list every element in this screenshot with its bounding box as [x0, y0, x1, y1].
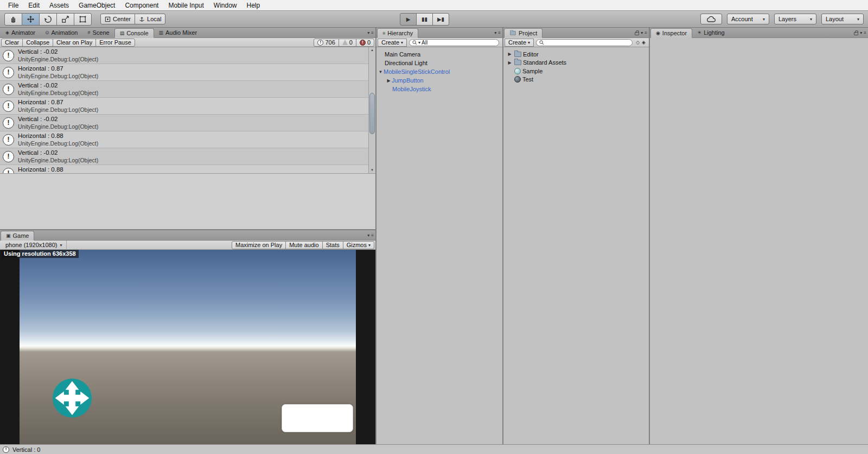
menu-item-assets[interactable]: Assets — [44, 1, 74, 10]
rotate-tool-button[interactable] — [39, 13, 57, 26]
search-filter-dropdown-icon[interactable]: ▾ — [418, 40, 420, 45]
log-entry[interactable]: Horizontal : 0.88UnityEngine.Debug:Log(O… — [0, 165, 375, 173]
info-count-badge[interactable]: 706 — [314, 39, 339, 47]
tab-scene[interactable]: # Scene — [82, 28, 114, 37]
warning-count-badge[interactable]: 0 — [339, 39, 356, 47]
error-count-badge[interactable]: 0 — [356, 39, 374, 47]
hierarchy-item-mobilesinglestickcontrol[interactable]: ▼ MobileSingleStickControl — [376, 67, 502, 76]
menu-item-edit[interactable]: Edit — [23, 1, 44, 10]
error-pause-button[interactable]: Error Pause — [95, 39, 135, 47]
foldout-open-icon[interactable]: ▼ — [378, 70, 384, 74]
project-item-standard-assets[interactable]: ▶ Standard Assets — [503, 59, 649, 67]
pivot-local-button[interactable]: Local — [135, 14, 165, 24]
foldout-closed-icon[interactable]: ▶ — [507, 52, 513, 56]
clear-on-play-button[interactable]: Clear on Play — [53, 39, 96, 47]
tab-console[interactable]: ▤ Console — [114, 28, 154, 38]
jump-button[interactable] — [282, 404, 353, 432]
pivot-center-button[interactable]: Center — [100, 14, 135, 24]
menu-item-file[interactable]: File — [3, 1, 23, 10]
panel-dropdown-icon[interactable]: ▾ — [367, 30, 369, 35]
panel-dropdown-icon[interactable]: ▾ — [494, 30, 496, 35]
menu-item-window[interactable]: Window — [209, 1, 242, 10]
pause-button[interactable]: ▮▮ — [416, 13, 433, 26]
foldout-closed-icon[interactable]: ▶ — [507, 60, 513, 65]
tab-project[interactable]: Project — [504, 28, 542, 38]
search-by-type-icon[interactable]: ◇ — [635, 40, 641, 45]
maximize-on-play-label: Maximize on Play — [235, 242, 282, 248]
tab-animator[interactable]: ◈ Animator — [1, 28, 40, 37]
tab-audio-mixer[interactable]: ▥ Audio Mixer — [154, 28, 202, 37]
tab-animation[interactable]: ⊙ Animation — [40, 28, 82, 37]
log-entry[interactable]: Vertical : -0.02UnityEngine.Debug:Log(Ob… — [0, 148, 375, 165]
log-entry[interactable]: Horizontal : 0.87UnityEngine.Debug:Log(O… — [0, 98, 375, 115]
clear-button[interactable]: Clear — [1, 39, 23, 47]
project-create-dropdown[interactable]: Create ▾ — [505, 39, 534, 47]
hierarchy-search-field[interactable]: ▾ — [409, 39, 499, 46]
layers-dropdown[interactable]: Layers ▾ — [774, 14, 816, 24]
log-entry[interactable]: Vertical : -0.02UnityEngine.Debug:Log(Ob… — [0, 115, 375, 131]
scroll-down-icon[interactable]: ▼ — [369, 167, 375, 173]
search-by-label-icon[interactable]: ◈ — [641, 40, 648, 45]
project-search-input[interactable] — [545, 40, 629, 46]
hierarchy-item-main-camera[interactable]: Main Camera — [376, 50, 502, 59]
project-item-test[interactable]: Test — [503, 75, 649, 84]
log-entry[interactable]: Vertical : -0.02UnityEngine.Debug:Log(Ob… — [0, 81, 375, 98]
scrollbar-thumb[interactable] — [369, 93, 375, 134]
gizmos-dropdown[interactable]: Gizmos ▾ — [343, 241, 374, 249]
scroll-up-icon[interactable]: ▲ — [369, 47, 375, 53]
hand-tool-button[interactable] — [4, 13, 22, 26]
aspect-ratio-dropdown[interactable]: phone (1920x1080) ▾ — [1, 241, 67, 250]
tab-hierarchy[interactable]: ≡ Hierarchy — [377, 28, 418, 38]
panel-menu-icon[interactable]: ≡ — [644, 30, 647, 35]
layout-dropdown[interactable]: Layout ▾ — [821, 14, 864, 24]
panel-corner: ▾ ≡ — [367, 233, 374, 238]
account-dropdown[interactable]: Account ▾ — [727, 14, 769, 24]
stats-button[interactable]: Stats — [322, 241, 343, 249]
maximize-on-play-button[interactable]: Maximize on Play — [232, 241, 286, 249]
project-item-editor[interactable]: ▶ Editor — [503, 50, 649, 59]
hierarchy-search-input[interactable] — [422, 40, 496, 46]
menu-item-gameobject[interactable]: GameObject — [74, 1, 120, 10]
log-entry[interactable]: Horizontal : 0.87UnityEngine.Debug:Log(O… — [0, 64, 375, 81]
foldout-closed-icon[interactable]: ▶ — [386, 78, 392, 83]
step-button[interactable]: ▶▮ — [432, 13, 449, 26]
panel-dropdown-icon[interactable]: ▾ — [367, 233, 369, 238]
log-entry[interactable]: Horizontal : 0.88UnityEngine.Debug:Log(O… — [0, 131, 375, 148]
hierarchy-item-mobilejoystick[interactable]: MobileJoystick — [376, 85, 502, 93]
lock-icon[interactable] — [854, 32, 858, 35]
panel-menu-icon[interactable]: ≡ — [864, 30, 866, 35]
project-item-sample[interactable]: Sample — [503, 67, 649, 75]
menu-item-help[interactable]: Help — [242, 1, 265, 10]
collapse-button[interactable]: Collapse — [22, 39, 53, 47]
lock-icon[interactable] — [635, 32, 639, 35]
project-search-field[interactable] — [536, 39, 633, 46]
play-button[interactable]: ▶ — [400, 13, 417, 26]
hierarchy-item-jumpbutton[interactable]: ▶ JumpButton — [376, 76, 502, 85]
cloud-services-button[interactable] — [700, 14, 722, 24]
tab-game[interactable]: ▣ Game — [1, 231, 34, 241]
status-bar[interactable]: Vertical : 0 — [0, 444, 868, 454]
move-tool-button[interactable] — [22, 13, 40, 26]
menu-item-component[interactable]: Component — [120, 1, 163, 10]
project-item-label: Test — [522, 76, 533, 83]
hierarchy-create-dropdown[interactable]: Create ▾ — [378, 39, 407, 47]
log-stacktrace: UnityEngine.Debug:Log(Object) — [18, 157, 98, 163]
panel-dropdown-icon[interactable]: ▾ — [641, 30, 643, 35]
mute-audio-button[interactable]: Mute audio — [285, 241, 322, 249]
panel-menu-icon[interactable]: ≡ — [498, 30, 501, 35]
hierarchy-item-directional-light[interactable]: Directional Light — [376, 59, 502, 67]
account-label: Account — [731, 16, 753, 22]
console-scrollbar[interactable]: ▲ ▼ — [368, 47, 375, 173]
log-entry[interactable]: Vertical : -0.02UnityEngine.Debug:Log(Ob… — [0, 47, 375, 64]
menu-item-mobile-input[interactable]: Mobile Input — [163, 1, 208, 10]
mobile-joystick-button[interactable] — [52, 377, 93, 419]
tab-lighting[interactable]: ☀ Lighting — [692, 28, 730, 37]
panel-dropdown-icon[interactable]: ▾ — [860, 30, 862, 35]
panel-menu-icon[interactable]: ≡ — [371, 30, 374, 35]
panel-menu-icon[interactable]: ≡ — [371, 233, 374, 238]
tab-hierarchy-label: Hierarchy — [387, 30, 413, 36]
tab-inspector[interactable]: ◉ Inspector — [650, 28, 692, 38]
tab-audio-mixer-label: Audio Mixer — [165, 29, 197, 36]
rect-tool-button[interactable] — [74, 13, 92, 26]
scale-tool-button[interactable] — [56, 13, 74, 26]
